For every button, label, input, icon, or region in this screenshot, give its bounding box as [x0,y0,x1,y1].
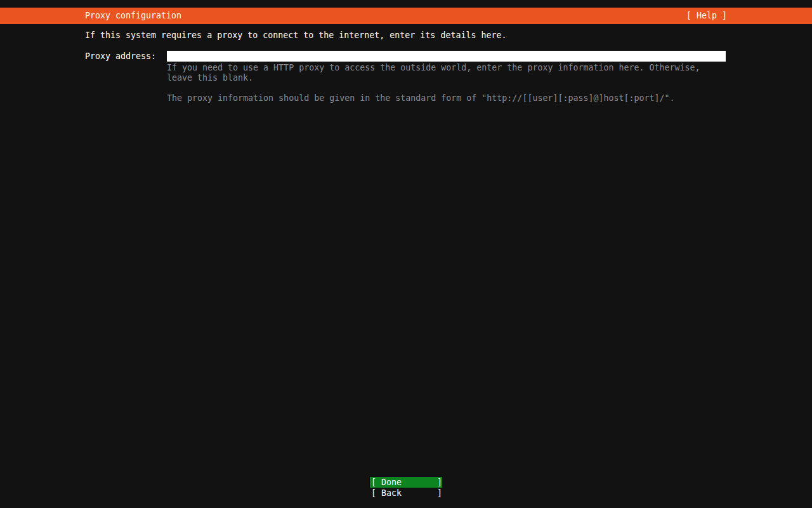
footer-buttons: [ Done ] [ Back ] [370,477,442,498]
back-button[interactable]: [ Back ] [370,488,442,498]
proxy-configuration-screen: Proxy configuration [ Help ] If this sys… [0,0,812,508]
help-line [167,83,700,93]
help-line: leave this blank. [167,73,700,83]
instruction-text: If this system requires a proxy to conne… [85,30,506,41]
field-help-text: If you need to use a HTTP proxy to acces… [167,63,700,104]
help-line: If you need to use a HTTP proxy to acces… [167,63,700,73]
proxy-address-input[interactable] [167,51,726,62]
done-button[interactable]: [ Done ] [370,477,442,488]
page-title: Proxy configuration [85,8,181,24]
proxy-address-label: Proxy address: [85,51,156,62]
help-line: The proxy information should be given in… [167,93,700,104]
header-bar: Proxy configuration [ Help ] [0,8,812,24]
help-button[interactable]: [ Help ] [686,8,727,24]
